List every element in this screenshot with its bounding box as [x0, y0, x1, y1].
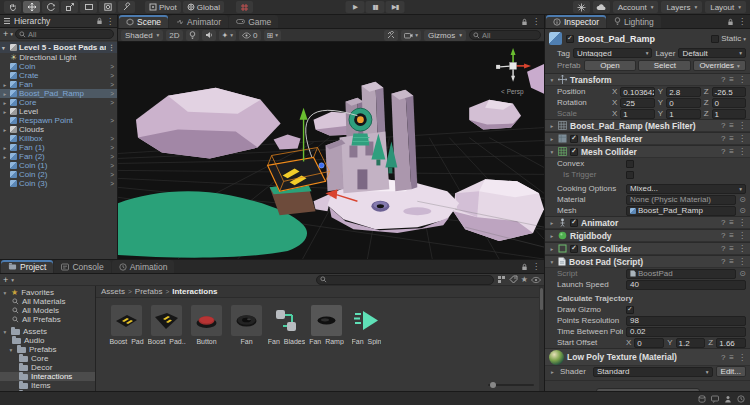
- shader-dropdown[interactable]: Standard▾: [593, 367, 713, 377]
- is-trigger-checkbox[interactable]: [626, 171, 634, 179]
- expander-icon[interactable]: ▾: [549, 259, 555, 265]
- services-button[interactable]: [573, 1, 590, 13]
- prefab-open-chevron[interactable]: >: [110, 117, 115, 124]
- mesh-renderer-component-header[interactable]: ▸ ✓ Mesh Renderer ?≡⋮: [545, 132, 750, 145]
- prefab-open-chevron[interactable]: >: [110, 135, 115, 142]
- handle-dot[interactable]: [319, 163, 324, 168]
- scale-y-field[interactable]: 1: [666, 109, 700, 119]
- kebab-menu-icon[interactable]: ⋮: [532, 17, 540, 26]
- cache-server-icon[interactable]: [698, 395, 706, 403]
- rotation-z-field[interactable]: 0: [712, 98, 746, 108]
- expander-icon[interactable]: ▾: [8, 347, 14, 353]
- prefab-open-chevron[interactable]: >: [110, 63, 115, 70]
- help-icon[interactable]: ?: [721, 257, 725, 266]
- scene-visibility-toggle[interactable]: 0: [239, 30, 260, 41]
- asset-boost-pad-ramp[interactable]: Boost_Pad...: [150, 305, 183, 345]
- create-add-button[interactable]: +: [3, 29, 8, 39]
- pause-button[interactable]: ▮▮: [366, 1, 385, 13]
- hidden-packages-icon[interactable]: [531, 276, 541, 284]
- collab-activity-icon[interactable]: [724, 395, 732, 403]
- kebab-menu-icon[interactable]: ⋮: [738, 231, 746, 240]
- breadcrumb-prefabs[interactable]: Prefabs: [135, 287, 163, 296]
- object-picker-icon[interactable]: ⊙: [739, 195, 746, 204]
- position-z-field[interactable]: -26.5: [712, 87, 746, 97]
- snap-settings-button[interactable]: [236, 1, 253, 13]
- tag-dropdown[interactable]: Untagged▾: [573, 48, 653, 58]
- presets-icon[interactable]: ≡: [729, 75, 734, 84]
- help-icon[interactable]: ?: [721, 121, 725, 130]
- presets-icon[interactable]: ≡: [729, 353, 734, 362]
- start-offset-z-field[interactable]: 1.66: [716, 338, 746, 348]
- time-between-points-field[interactable]: 0.02: [626, 327, 746, 337]
- active-checkbox[interactable]: ✓: [566, 35, 574, 43]
- hierarchy-item-core[interactable]: ▸Core>: [0, 98, 117, 107]
- play-button[interactable]: ▶: [346, 1, 365, 13]
- editor-tools-button[interactable]: [384, 30, 398, 41]
- hierarchy-search-input[interactable]: All: [15, 29, 114, 39]
- layer-dropdown[interactable]: Default▾: [678, 48, 746, 58]
- kebab-menu-icon[interactable]: ⋮: [738, 147, 746, 156]
- box-collider-checkbox[interactable]: ✓: [570, 245, 578, 253]
- presets-icon[interactable]: ≡: [729, 244, 734, 253]
- help-icon[interactable]: ?: [721, 75, 725, 84]
- tree-platforms[interactable]: Platforms: [0, 390, 95, 391]
- hierarchy-item-fan-2[interactable]: ▸Fan (2)>: [0, 152, 117, 161]
- rotation-x-field[interactable]: -25: [620, 98, 654, 108]
- hierarchy-item-coin-3[interactable]: Coin (3)>: [0, 179, 117, 188]
- help-icon[interactable]: ?: [721, 147, 725, 156]
- prefab-select-button[interactable]: Select: [638, 60, 691, 71]
- expander-icon[interactable]: ▸: [549, 233, 555, 239]
- tree-audio[interactable]: Audio: [0, 336, 95, 345]
- tab-inspector[interactable]: Inspector: [546, 15, 606, 28]
- material-preview-sphere[interactable]: [549, 350, 564, 365]
- breadcrumb-assets[interactable]: Assets: [101, 287, 125, 296]
- rotation-y-field[interactable]: 0: [666, 98, 700, 108]
- expander-icon[interactable]: ▸: [2, 109, 8, 115]
- scene-camera-dropdown[interactable]: ▾: [401, 30, 421, 41]
- static-checkbox[interactable]: [711, 35, 719, 43]
- points-resolution-field[interactable]: 98: [626, 316, 746, 326]
- start-offset-x-field[interactable]: 0: [634, 338, 664, 348]
- expander-icon[interactable]: ▸: [2, 91, 8, 97]
- layers-dropdown[interactable]: Layers▾: [661, 1, 702, 13]
- prefab-overrides-dropdown[interactable]: Overrides▾: [693, 60, 746, 71]
- custom-tool-button[interactable]: [118, 1, 135, 13]
- static-control[interactable]: Static▾: [711, 34, 746, 43]
- launch-speed-field[interactable]: 40: [626, 280, 746, 290]
- prefab-open-chevron[interactable]: >: [110, 144, 115, 151]
- tab-animator[interactable]: Animator: [169, 15, 228, 28]
- hierarchy-item-fan-1[interactable]: ▸Fan (1)>: [0, 143, 117, 152]
- shading-mode-dropdown[interactable]: Shaded▾: [121, 30, 163, 41]
- tree-items[interactable]: Items: [0, 381, 95, 390]
- transform-component-header[interactable]: ▾ Transform ?≡⋮: [545, 73, 750, 86]
- gizmos-dropdown[interactable]: Gizmos▾: [424, 30, 466, 41]
- persp-label[interactable]: < Persp: [501, 88, 524, 96]
- step-button[interactable]: ▶▮: [386, 1, 405, 13]
- hierarchy-item-coin[interactable]: Coin>: [0, 62, 117, 71]
- position-x-field[interactable]: 0.1036429: [620, 87, 654, 97]
- expander-icon[interactable]: ▸: [2, 100, 8, 106]
- kebab-menu-icon[interactable]: ⋮: [738, 218, 746, 227]
- mesh-collider-checkbox[interactable]: ✓: [570, 148, 578, 156]
- asset-fan-ramp[interactable]: Fan_Ramp: [310, 305, 343, 345]
- help-icon[interactable]: ?: [721, 218, 725, 227]
- mesh-field[interactable]: Boost_Pad_Ramp: [626, 206, 736, 216]
- tab-project[interactable]: Project: [1, 260, 53, 273]
- cooking-options-dropdown[interactable]: Mixed...▾: [626, 184, 746, 194]
- hierarchy-item-directional-light[interactable]: ☀Directional Light: [0, 53, 117, 62]
- kebab-menu-icon[interactable]: ⋮: [738, 121, 746, 130]
- asset-fan-blades[interactable]: Fan_Blades: [270, 305, 303, 345]
- presets-icon[interactable]: ≡: [729, 218, 734, 227]
- presets-icon[interactable]: ≡: [729, 231, 734, 240]
- kebab-menu-icon[interactable]: ⋮: [532, 262, 540, 271]
- expander-icon[interactable]: ▸: [2, 154, 8, 160]
- thumbnail-size-slider[interactable]: [488, 381, 534, 389]
- rigidbody-component-header[interactable]: ▸ Rigidbody ?≡⋮: [545, 229, 750, 242]
- expander-icon[interactable]: ▸: [549, 136, 555, 142]
- hierarchy-item-clouds[interactable]: ▸Clouds: [0, 125, 117, 134]
- rotate-tool-button[interactable]: [42, 1, 59, 13]
- tree-core[interactable]: Core: [0, 354, 95, 363]
- asset-fan[interactable]: Fan: [230, 305, 263, 345]
- kebab-menu-icon[interactable]: ⋮: [108, 44, 115, 52]
- presets-icon[interactable]: ≡: [729, 147, 734, 156]
